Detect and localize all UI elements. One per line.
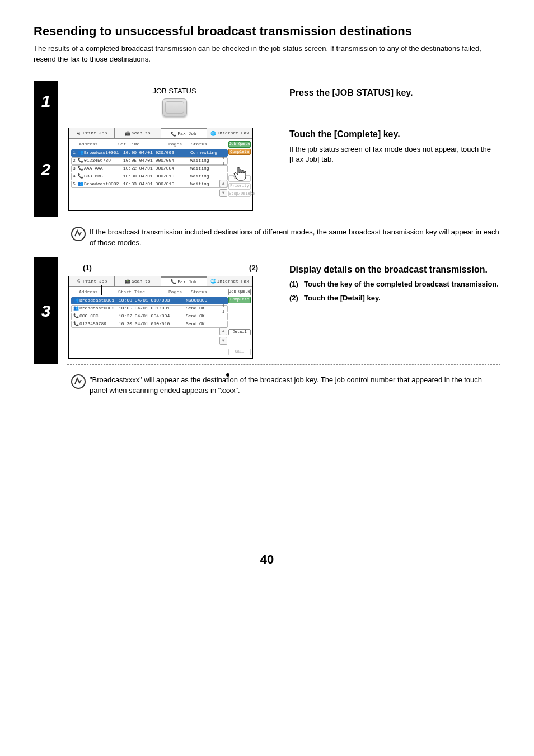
job-type-icon: 📞: [73, 313, 79, 320]
tab-print-job[interactable]: 🖨Print Job: [69, 128, 115, 138]
stop-delete-button[interactable]: Stop/Delete: [228, 191, 251, 198]
job-type-icon: 👥: [77, 149, 84, 156]
printer-icon: 🖨: [76, 278, 82, 284]
step2-body: If the job status screen of fax mode doe…: [289, 144, 500, 166]
job-row[interactable]: 4📞BBB BBB10:30 04/01 000/010Waiting: [71, 173, 228, 180]
step-number-3: 3: [34, 257, 58, 364]
callout-1: (1): [83, 263, 92, 274]
tab-fax-job[interactable]: 📞Fax Job: [161, 276, 207, 287]
step3-heading: Display details on the broadcast transmi…: [289, 263, 500, 276]
callout-2: (2): [249, 263, 258, 274]
scanner-icon: 📠: [125, 130, 130, 136]
job-row[interactable]: 👥Broadcast000210:05 04/01 001/001Send OK: [71, 305, 228, 312]
fax-icon: 📞: [171, 279, 176, 284]
hand-cursor-icon: [232, 166, 249, 185]
job-type-icon: 👥: [77, 181, 84, 187]
globe-icon: 🌐: [210, 278, 216, 284]
complete-button[interactable]: Complete: [228, 149, 251, 156]
tab-fax-job[interactable]: 📞Fax Job: [161, 128, 207, 138]
tab-internet-fax[interactable]: 🌐Internet Fax: [207, 128, 252, 138]
job-row[interactable]: 1👥Broadcast000110:00 04/01 020/003Connec…: [71, 149, 228, 157]
fax-icon: 📞: [171, 131, 176, 137]
job-row[interactable]: 5👥Broadcast000210:33 04/01 000/010Waitin…: [71, 181, 228, 188]
tab-print-job[interactable]: 🖨Print Job: [69, 276, 115, 287]
job-type-icon: 📞: [73, 321, 79, 327]
scroll-down-button[interactable]: ▼: [219, 337, 227, 345]
touch-panel-step3: 🖨Print Job 📠Scan to 📞Fax Job 🌐Internet F…: [68, 276, 253, 359]
step3-sub2: (2)Touch the [Detail] key.: [289, 293, 500, 304]
job-row[interactable]: 📞CCC CCC10:22 04/01 004/004Send OK: [71, 313, 228, 320]
detail-button[interactable]: Detail: [228, 329, 251, 336]
tab-internet-fax[interactable]: 🌐Internet Fax: [207, 276, 252, 287]
page-indicator: 11: [220, 156, 227, 167]
page-number: 40: [34, 551, 500, 569]
tab-scan-to[interactable]: 📠Scan to: [115, 276, 161, 287]
step-2: 2 🖨Print Job 📠Scan to 📞Fax Job 🌐Internet…: [34, 122, 500, 217]
complete-button[interactable]: Complete: [228, 297, 251, 303]
job-type-icon: 📞: [77, 173, 84, 180]
job-type-icon: 📞: [77, 165, 84, 172]
touch-panel-step2: 🖨Print Job 📠Scan to 📞Fax Job 🌐Internet F…: [68, 128, 253, 211]
job-row[interactable]: 2📞012345678910:05 04/01 000/004Waiting: [71, 157, 228, 165]
note-icon: [67, 226, 90, 248]
step3-tip: "Broadcastxxxx" will appear as the desti…: [34, 365, 500, 405]
job-queue-button[interactable]: Job Queue: [228, 289, 251, 295]
globe-icon: 🌐: [210, 130, 216, 136]
note-icon: [67, 374, 90, 396]
job-status-hardware-key[interactable]: [162, 98, 187, 116]
job-type-icon: 📞: [77, 157, 84, 164]
job-type-icon: 👥: [73, 297, 79, 304]
step-number-1: 1: [34, 81, 58, 123]
page-indicator: 11: [220, 303, 227, 314]
scanner-icon: 📠: [125, 278, 130, 284]
step2-heading: Touch the [Complete] key.: [289, 128, 500, 140]
job-queue-button[interactable]: Job Queue: [228, 141, 251, 148]
callout-1-line: [101, 285, 102, 295]
column-headers: Address Start Time Pages Status: [71, 289, 228, 297]
step-number-2: 2: [34, 122, 58, 217]
callout-2-line: [230, 375, 248, 375]
printer-icon: 🖨: [76, 130, 82, 136]
scroll-up-button[interactable]: ▲: [219, 327, 227, 335]
step3-tip-text: "Broadcastxxxx" will appear as the desti…: [90, 374, 500, 396]
page-title: Resending to unsuccessful broadcast tran…: [34, 22, 500, 40]
job-row[interactable]: 3📞AAA AAA10:22 04/01 000/004Waiting: [71, 165, 228, 172]
column-headers: Address Set Time Pages Status: [71, 141, 228, 149]
scroll-up-button[interactable]: ▲: [219, 180, 227, 187]
job-type-icon: 👥: [73, 305, 79, 312]
step1-heading: Press the [JOB STATUS] key.: [289, 86, 500, 99]
step3-sub1: (1)Touch the key of the completed broadc…: [289, 279, 500, 290]
scroll-down-button[interactable]: ▼: [219, 189, 227, 197]
call-button[interactable]: Call: [228, 349, 251, 355]
step-1: 1 JOB STATUS Press the [JOB STATUS] key.: [34, 81, 500, 123]
step2-tip-text: If the broadcast transmission included d…: [90, 226, 500, 248]
intro-text: The results of a completed broadcast tra…: [34, 44, 500, 65]
tab-scan-to[interactable]: 📠Scan to: [115, 128, 161, 138]
job-status-key-label: JOB STATUS: [68, 86, 280, 97]
step-3: 3 (1) (2) 🖨Print Job 📠Scan to 📞Fax Job 🌐…: [34, 257, 500, 364]
step2-tip: If the broadcast transmission included d…: [34, 217, 500, 257]
job-row[interactable]: 👥Broadcast000110:00 04/01 010/003NG00000…: [71, 297, 228, 304]
job-row[interactable]: 📞012345678910:30 04/01 010/010Send OK: [71, 321, 228, 328]
